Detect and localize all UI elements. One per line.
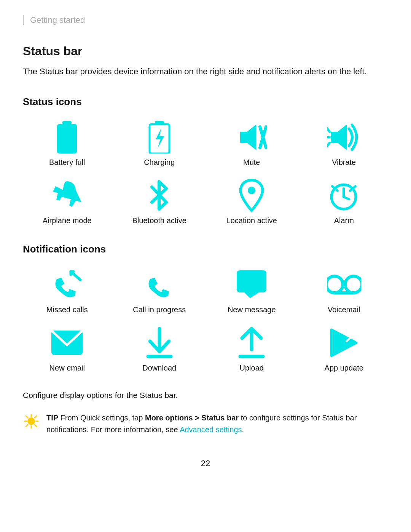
svg-marker-4: [156, 128, 164, 149]
airplane-label: Airplane mode: [43, 216, 92, 225]
missed-calls-label: Missed calls: [46, 305, 88, 314]
page-title: Status bar: [23, 44, 388, 58]
upload-label: Upload: [240, 364, 264, 372]
location-item: Location active: [207, 178, 296, 225]
call-in-progress-item: Call in progress: [115, 267, 204, 314]
location-icon: [234, 178, 269, 212]
bluetooth-label: Bluetooth active: [132, 216, 186, 225]
mute-label: Mute: [243, 158, 260, 167]
battery-full-icon: [50, 120, 84, 154]
alarm-label: Alarm: [334, 216, 354, 225]
svg-point-12: [248, 187, 255, 194]
svg-marker-8: [331, 125, 347, 150]
missed-calls-icon: [50, 267, 84, 302]
download-item: Download: [115, 326, 204, 372]
svg-rect-23: [335, 291, 354, 294]
tip-options: More options > Status bar: [145, 414, 239, 422]
notification-icons-grid: Missed calls Call in progress New messag…: [23, 267, 388, 372]
bluetooth-icon: [142, 178, 177, 212]
app-update-label: App update: [325, 364, 363, 372]
alarm-icon: [327, 178, 361, 212]
new-email-item: New email: [23, 326, 112, 372]
page-number: 22: [23, 459, 388, 468]
bluetooth-item: Bluetooth active: [115, 178, 204, 225]
notification-icons-subtitle: Notification icons: [23, 243, 388, 255]
mute-item: Mute: [207, 120, 296, 167]
section-description: The Status bar provides device informati…: [23, 65, 388, 78]
svg-line-36: [26, 416, 28, 418]
svg-marker-5: [240, 125, 256, 150]
call-in-progress-icon: [142, 267, 177, 302]
tip-box: TIP From Quick settings, tap More option…: [23, 412, 388, 436]
new-message-label: New message: [228, 305, 276, 314]
svg-point-31: [28, 418, 35, 425]
tip-label: TIP: [46, 414, 58, 422]
location-label: Location active: [226, 216, 277, 225]
tip-text3: .: [242, 425, 244, 434]
missed-calls-item: Missed calls: [23, 267, 112, 314]
svg-rect-19: [237, 270, 266, 292]
svg-line-11: [327, 143, 330, 146]
mute-icon: [234, 120, 269, 154]
svg-line-37: [35, 425, 37, 427]
svg-line-15: [344, 197, 349, 199]
battery-full-item: Battery full: [23, 120, 112, 167]
svg-line-9: [327, 128, 330, 132]
svg-line-38: [35, 416, 37, 418]
svg-point-21: [327, 276, 343, 293]
advanced-settings-link[interactable]: Advanced settings: [180, 425, 242, 434]
charging-label: Charging: [144, 158, 175, 167]
tip-text1: From Quick settings, tap: [58, 414, 145, 422]
tip-icon: [23, 413, 40, 430]
airplane-item: Airplane mode: [23, 178, 112, 225]
airplane-icon: [50, 178, 84, 212]
voicemail-item: Voicemail: [300, 267, 389, 314]
download-label: Download: [142, 364, 176, 372]
status-icons-subtitle: Status icons: [23, 96, 388, 108]
alarm-item: Alarm: [300, 178, 389, 225]
vibrate-item: Vibrate: [300, 120, 389, 167]
charging-icon: [142, 120, 177, 154]
charging-item: Charging: [115, 120, 204, 167]
download-icon: [142, 326, 177, 360]
new-message-item: New message: [207, 267, 296, 314]
svg-point-22: [345, 276, 361, 293]
svg-line-39: [26, 425, 28, 427]
new-message-icon: [234, 267, 269, 302]
vibrate-icon: [327, 120, 361, 154]
tip-text: TIP From Quick settings, tap More option…: [46, 412, 388, 436]
upload-item: Upload: [207, 326, 296, 372]
app-update-icon: [327, 326, 361, 360]
breadcrumb: Getting started: [23, 15, 388, 25]
svg-rect-0: [62, 121, 72, 124]
call-in-progress-label: Call in progress: [133, 305, 186, 314]
svg-rect-1: [57, 124, 77, 153]
configure-text: Configure display options for the Status…: [23, 391, 388, 400]
upload-icon: [234, 326, 269, 360]
app-update-item: App update: [300, 326, 389, 372]
vibrate-label: Vibrate: [332, 158, 356, 167]
svg-marker-20: [244, 292, 259, 298]
status-icons-grid: Battery full Charging Mute: [23, 120, 388, 225]
voicemail-label: Voicemail: [328, 305, 360, 314]
new-email-label: New email: [49, 364, 85, 372]
voicemail-icon: [327, 267, 361, 302]
battery-full-label: Battery full: [49, 158, 85, 167]
new-email-icon: [50, 326, 84, 360]
